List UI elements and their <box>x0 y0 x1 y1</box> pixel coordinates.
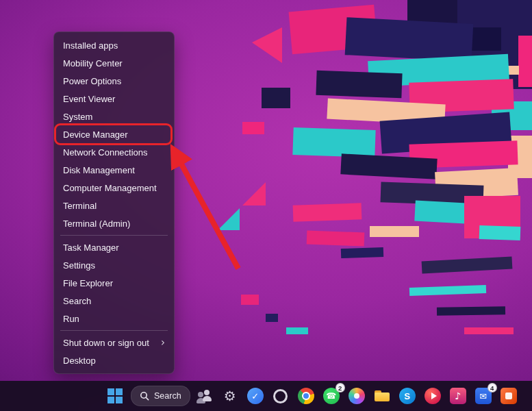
ring-icon <box>273 388 289 404</box>
menu-item-label: Computer Management <box>63 183 157 193</box>
menu-item-settings[interactable]: Settings <box>58 256 170 274</box>
menu-item-device-manager[interactable]: Device Manager <box>58 125 170 143</box>
menu-item-task-manager[interactable]: Task Manager <box>58 238 170 256</box>
menu-separator <box>60 235 168 236</box>
search-icon <box>140 391 149 401</box>
menu-item-label: File Explorer <box>63 278 113 288</box>
chevron-right-icon: › <box>161 338 165 348</box>
menu-item-disk-management[interactable]: Disk Management <box>58 161 170 179</box>
menu-item-label: Installed apps <box>63 40 118 51</box>
menu-item-label: System <box>63 112 92 122</box>
taskbar-icon-messaging[interactable]: ✉ 4 <box>472 385 494 407</box>
menu-item-run[interactable]: Run <box>58 310 170 327</box>
skype-icon: S <box>399 388 416 404</box>
menu-item-search[interactable]: Search <box>58 292 170 310</box>
gear-icon: ⚙ <box>222 388 238 404</box>
messaging-badge: 4 <box>487 383 497 393</box>
search-label: Search <box>154 391 181 401</box>
office-icon <box>501 388 517 404</box>
taskbar-icon-microsoft-todo[interactable]: ✓ <box>244 385 266 407</box>
menu-item-label: Mobility Center <box>63 58 123 68</box>
menu-item-power-options[interactable]: Power Options <box>58 72 170 90</box>
menu-item-label: Settings <box>63 260 95 271</box>
chrome-icon <box>298 388 314 404</box>
menu-item-label: Desktop <box>63 356 96 366</box>
envelope-glyph: ✉ <box>479 392 487 401</box>
gear-glyph: ⚙ <box>224 389 236 403</box>
people-icon <box>197 388 213 404</box>
menu-item-label: Network Connections <box>63 147 148 158</box>
pinwheel-icon <box>349 388 365 404</box>
menu-item-label: Task Manager <box>63 242 119 253</box>
phone-glyph: ☎ <box>326 392 336 400</box>
menu-item-label: Terminal (Admin) <box>63 219 130 229</box>
taskbar-icon-media-player[interactable] <box>422 385 444 407</box>
menu-item-terminal-admin[interactable]: Terminal (Admin) <box>58 214 170 232</box>
taskbar-icon-people[interactable] <box>194 385 216 407</box>
menu-item-shut-down-or-sign-out[interactable]: Shut down or sign out › <box>58 334 170 351</box>
taskbar-icon-music[interactable]: ♪ <box>447 385 469 407</box>
taskbar: Search ⚙ ✓ ☎ 2 S ♪ ✉ 4 <box>0 381 532 411</box>
skype-letter-glyph: S <box>404 392 410 401</box>
winx-context-menu: Installed apps Mobility Center Power Opt… <box>53 32 175 374</box>
folder-icon <box>374 388 390 404</box>
taskbar-icon-chrome[interactable] <box>295 385 317 407</box>
todo-check-icon: ✓ <box>247 388 264 404</box>
taskbar-icon-photos[interactable] <box>346 385 368 407</box>
whatsapp-badge: 2 <box>335 383 345 393</box>
menu-item-network-connections[interactable]: Network Connections <box>58 143 170 161</box>
menu-item-label: Power Options <box>63 76 121 86</box>
menu-item-label: Device Manager <box>63 129 128 140</box>
taskbar-search[interactable]: Search <box>131 386 190 406</box>
taskbar-icon-whatsapp[interactable]: ☎ 2 <box>320 385 342 407</box>
menu-item-label: Run <box>63 314 79 324</box>
menu-item-file-explorer[interactable]: File Explorer <box>58 274 170 292</box>
menu-item-label: Disk Management <box>63 165 135 175</box>
music-note-icon: ♪ <box>450 388 466 404</box>
menu-item-label: Terminal <box>63 201 97 211</box>
menu-item-terminal[interactable]: Terminal <box>58 197 170 214</box>
menu-item-label: Shut down or sign out <box>63 338 149 348</box>
start-button[interactable] <box>103 385 127 407</box>
menu-item-label: Event Viewer <box>63 94 115 104</box>
menu-item-label: Search <box>63 296 91 306</box>
taskbar-icon-copilot[interactable] <box>270 385 292 407</box>
menu-item-installed-apps[interactable]: Installed apps <box>58 36 170 54</box>
menu-separator <box>60 330 168 331</box>
menu-item-computer-management[interactable]: Computer Management <box>58 179 170 197</box>
taskbar-icon-file-explorer[interactable] <box>371 385 393 407</box>
play-icon <box>425 388 441 404</box>
check-glyph: ✓ <box>251 392 259 401</box>
windows-logo-icon <box>107 388 123 403</box>
menu-item-mobility-center[interactable]: Mobility Center <box>58 54 170 72</box>
taskbar-icon-skype[interactable]: S <box>396 385 418 407</box>
taskbar-icon-settings[interactable]: ⚙ <box>219 385 241 407</box>
menu-item-desktop[interactable]: Desktop <box>58 351 170 369</box>
menu-item-event-viewer[interactable]: Event Viewer <box>58 90 170 108</box>
menu-item-system[interactable]: System <box>58 108 170 125</box>
note-glyph: ♪ <box>455 391 461 401</box>
taskbar-icon-office[interactable] <box>498 385 520 407</box>
